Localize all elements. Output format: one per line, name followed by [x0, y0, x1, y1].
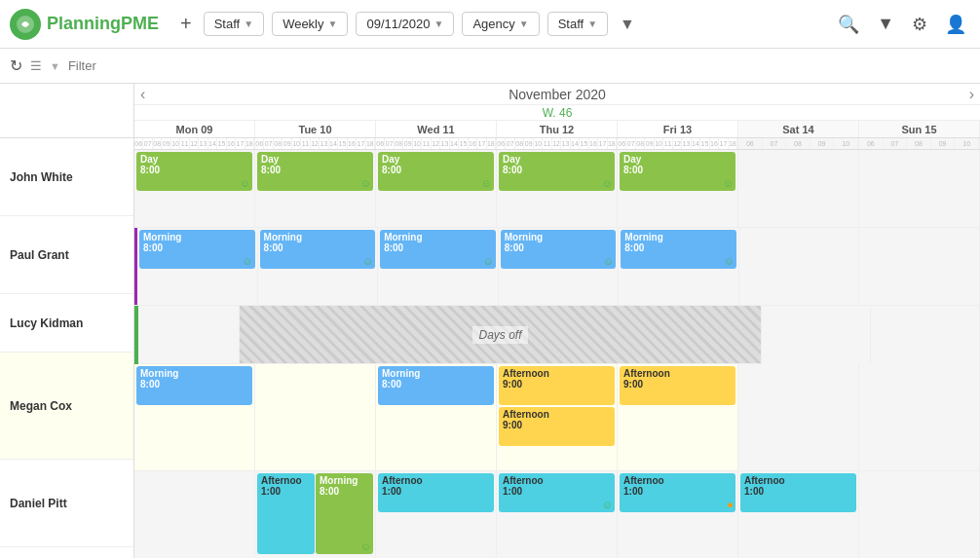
shift-paul-fri[interactable]: Morning 8:00 ☺	[621, 230, 736, 269]
cell-paul-fri[interactable]: Morning 8:00 ☺	[619, 228, 739, 305]
chevron-down-icon: ▼	[328, 19, 338, 29]
row-lucy-kidman: Days off	[134, 306, 980, 364]
week-label: W. 46	[134, 105, 980, 121]
shift-paul-thu[interactable]: Morning 8:00 ☺	[501, 230, 617, 269]
shift-daniel-fri[interactable]: Afternoo 1:00 ●	[620, 473, 735, 512]
shift-paul-tue[interactable]: Morning 8:00 ☺	[260, 230, 376, 269]
shift-paul-wed[interactable]: Morning 8:00 ☺	[380, 230, 496, 269]
cell-daniel-thu[interactable]: Afternoo 1:00 ☺	[497, 471, 618, 558]
shift-megan-fri[interactable]: Afternoon 9:00	[620, 366, 735, 405]
chevron-down-icon: ▼	[587, 19, 597, 29]
logo-text: PlanningPME	[47, 14, 159, 34]
cell-megan-sat[interactable]	[738, 364, 859, 470]
day-header-fri13: Fri 13	[618, 121, 738, 137]
next-button[interactable]: ›	[969, 86, 974, 103]
refresh-button[interactable]: ↻	[10, 56, 22, 75]
smile-icon: ☺	[242, 255, 252, 267]
agency-dropdown[interactable]: Agency ▼	[462, 12, 539, 36]
cell-megan-tue[interactable]	[255, 364, 376, 470]
shift-daniel-thu[interactable]: Afternoo 1:00 ☺	[499, 473, 615, 512]
staff2-dropdown[interactable]: Staff ▼	[547, 12, 608, 36]
shift-megan-thu-1[interactable]: Afternoon 9:00	[499, 366, 615, 405]
cell-paul-tue[interactable]: Morning 8:00 ☺	[258, 228, 379, 305]
cell-john-tue[interactable]: Day 8:00 ☺	[255, 150, 376, 227]
cell-john-sun[interactable]	[859, 150, 980, 227]
cell-john-thu[interactable]: Day 8:00 ☺	[497, 150, 618, 227]
weekly-dropdown[interactable]: Weekly ▼	[272, 12, 348, 36]
chevron-down-icon: ▼	[519, 19, 529, 29]
cell-paul-sat[interactable]	[739, 228, 860, 305]
smile-icon: ☺	[602, 499, 613, 510]
time-ticks-row: 06070809101112131415161718 0607080910111…	[134, 138, 980, 150]
chevron-down-icon[interactable]: ▼	[50, 60, 60, 72]
cell-megan-sun[interactable]	[859, 364, 980, 470]
shift-daniel-tue-2[interactable]: Morning 8:00 ☺	[316, 473, 373, 554]
add-button[interactable]: +	[176, 9, 196, 39]
dropdown-arrow-button[interactable]: ▼	[873, 10, 898, 38]
grid-rows: Day 8:00 ☺ Day 8:00 ☺ Day 8:00	[134, 150, 980, 558]
shift-john-mon[interactable]: Day 8:00 ☺	[136, 152, 252, 191]
filter-icon[interactable]: ▼	[616, 12, 639, 37]
day-header-thu12: Thu 12	[497, 121, 618, 137]
date-dropdown[interactable]: 09/11/2020 ▼	[356, 12, 454, 36]
time-ticks-fri: 06070809101112131415161718	[618, 138, 738, 149]
smile-icon: ☺	[483, 255, 494, 267]
time-ticks-thu: 06070809101112131415161718	[497, 138, 618, 149]
shift-daniel-wed[interactable]: Afternoo 1:00	[378, 473, 494, 512]
search-button[interactable]: 🔍	[834, 10, 863, 39]
time-ticks-tue: 06070809101112131415161718	[255, 138, 376, 149]
filter-label[interactable]: Filter	[68, 58, 96, 73]
day-header-wed11: Wed 11	[376, 121, 497, 137]
shift-megan-wed[interactable]: Morning 8:00	[378, 366, 494, 405]
row-john-white: Day 8:00 ☺ Day 8:00 ☺ Day 8:00	[134, 150, 980, 228]
staff-dropdown[interactable]: Staff ▼	[204, 12, 264, 36]
day-header-tue10: Tue 10	[255, 121, 376, 137]
shift-megan-thu-2[interactable]: Afternoon 9:00	[499, 407, 615, 446]
cell-daniel-mon[interactable]	[134, 471, 255, 558]
smile-icon: ☺	[360, 540, 371, 552]
shift-john-wed[interactable]: Day 8:00 ☺	[378, 152, 494, 191]
calendar-wrap: John White Paul Grant Lucy Kidman Megan …	[0, 84, 980, 558]
cell-daniel-wed[interactable]: Afternoo 1:00	[376, 471, 497, 558]
smile-icon: ☺	[724, 255, 735, 267]
cell-megan-thu[interactable]: Afternoon 9:00 Afternoon 9:00	[497, 364, 618, 470]
settings-button[interactable]: ⚙	[908, 10, 931, 39]
cell-paul-mon[interactable]: Morning 8:00 ☺	[134, 228, 258, 305]
cell-daniel-sat[interactable]: Afternoo 1:00	[738, 471, 859, 558]
cell-john-sat[interactable]	[738, 150, 859, 227]
cell-daniel-sun[interactable]	[859, 471, 980, 558]
day-header-mon09: Mon 09	[134, 121, 255, 137]
cell-paul-sun[interactable]	[859, 228, 980, 305]
cell-john-mon[interactable]: Day 8:00 ☺	[134, 150, 255, 227]
shift-john-fri[interactable]: Day 8:00 ☺	[620, 152, 735, 191]
person-name-paul-grant: Paul Grant	[0, 216, 133, 294]
grid-area: ‹ November 2020 › W. 46 Mon 09 Tue 10 We…	[134, 84, 980, 558]
cell-megan-mon[interactable]: Morning 8:00	[134, 364, 255, 470]
sort-icon[interactable]: ☰	[30, 58, 42, 73]
cell-john-fri[interactable]: Day 8:00 ☺	[618, 150, 738, 227]
smile-icon: ☺	[360, 177, 371, 189]
chevron-down-icon: ▼	[434, 19, 444, 29]
cell-megan-fri[interactable]: Afternoon 9:00	[618, 364, 738, 470]
shift-megan-mon[interactable]: Morning 8:00	[136, 366, 252, 405]
cell-daniel-fri[interactable]: Afternoo 1:00 ●	[618, 471, 738, 558]
row-megan-cox: Morning 8:00 Morning 8:00 Afternoon 9:00	[134, 364, 980, 471]
shift-daniel-sat[interactable]: Afternoo 1:00	[740, 473, 856, 512]
cell-paul-thu[interactable]: Morning 8:00 ☺	[499, 228, 620, 305]
toolbar: ↻ ☰ ▼ Filter	[0, 49, 980, 84]
day-header-sat14: Sat 14	[738, 121, 859, 137]
shift-paul-mon[interactable]: Morning 8:00 ☺	[139, 230, 255, 269]
cell-john-wed[interactable]: Day 8:00 ☺	[376, 150, 497, 227]
cell-megan-wed[interactable]: Morning 8:00	[376, 364, 497, 470]
cell-paul-wed[interactable]: Morning 8:00 ☺	[378, 228, 499, 305]
person-name-lucy-kidman: Lucy Kidman	[0, 294, 133, 353]
smile-icon: ☺	[602, 177, 613, 189]
shift-john-tue[interactable]: Day 8:00 ☺	[257, 152, 373, 191]
prev-button[interactable]: ‹	[140, 86, 145, 103]
shift-john-thu[interactable]: Day 8:00 ☺	[499, 152, 615, 191]
shift-daniel-tue-1[interactable]: Afternoo 1:00	[257, 473, 315, 554]
cell-daniel-tue[interactable]: Afternoo 1:00 Morning 8:00 ☺	[255, 471, 376, 558]
circle-icon: ●	[727, 499, 734, 510]
user-button[interactable]: 👤	[941, 10, 970, 39]
person-name-megan-cox: Megan Cox	[0, 353, 133, 460]
